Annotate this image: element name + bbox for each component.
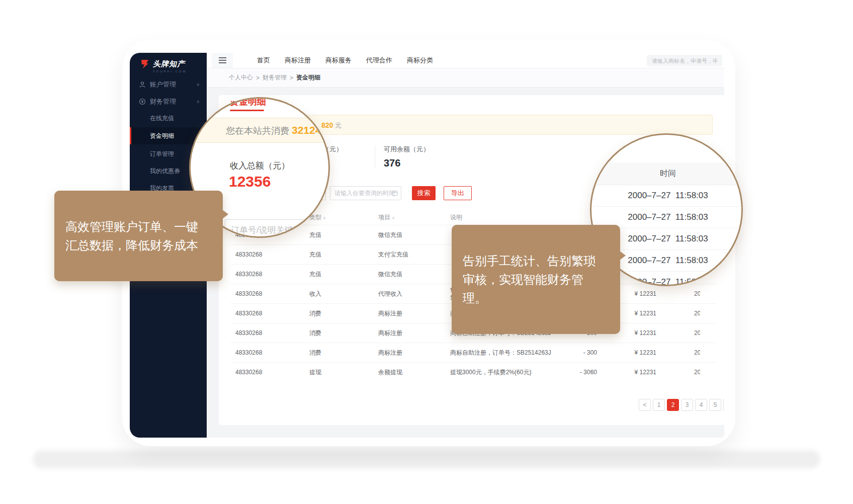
page-button-2-active[interactable]: 2	[667, 399, 679, 411]
pagination: < 1 2 3 4 5	[639, 399, 724, 411]
brand-flag-icon	[140, 59, 150, 69]
balance-label: 可用余额（元）	[384, 145, 430, 154]
callout-right: 告别手工统计、告别繁琐 审核，实现智能财务管 理。	[452, 225, 620, 334]
nav-link-trademark-register[interactable]: 商标注册	[285, 56, 311, 65]
brand-logo[interactable]: 头牌知产 TOUPAI.COM	[140, 59, 187, 73]
top-navbar: 首页 商标注册 商标服务 代理合作 商标分类	[207, 53, 724, 68]
sidebar-item-label: 账户管理	[150, 80, 176, 89]
page-button-3[interactable]: 3	[681, 399, 693, 411]
page-button-4[interactable]: 4	[695, 399, 707, 411]
sort-caret-icon[interactable]: ∨	[392, 216, 395, 220]
page-button-clipped[interactable]	[723, 399, 724, 411]
page-button-5[interactable]: 5	[709, 399, 721, 411]
time-filter-input[interactable]	[330, 186, 401, 200]
page-button-1[interactable]: 1	[653, 399, 665, 411]
nav-link-home[interactable]: 首页	[257, 56, 270, 65]
stats-divider	[375, 145, 375, 169]
sidebar-item-label: 财务管理	[150, 97, 176, 106]
nav-links: 首页 商标注册 商标服务 代理合作 商标分类	[207, 56, 433, 65]
breadcrumb-current: 资金明细	[296, 73, 320, 82]
callout-arrow-icon	[222, 210, 228, 219]
header-desc: 说明	[444, 213, 571, 222]
notice-tail: 820 元	[321, 121, 342, 130]
calendar-icon	[392, 190, 398, 196]
breadcrumb: 个人中心 > 财务管理 > 资金明细	[207, 68, 724, 88]
export-button[interactable]: 导出	[444, 186, 472, 200]
nav-link-trademark-category[interactable]: 商标分类	[407, 56, 433, 65]
sidebar-item-finance[interactable]: 财务管理 ∧	[130, 94, 207, 110]
brand-name: 头牌知产	[153, 59, 187, 69]
callout-left: 高效管理账户订单、一键 汇总数据，降低财务成本	[54, 191, 223, 281]
nav-link-trademark-service[interactable]: 商标服务	[325, 56, 352, 65]
magnified-tab-underline	[230, 110, 264, 111]
header-type[interactable]: 类型∨	[303, 213, 372, 222]
breadcrumb-finance[interactable]: 财务管理	[263, 73, 287, 82]
trademark-search-input[interactable]	[647, 55, 722, 66]
magnified-notice: 您在本站共消费 32124 元	[191, 118, 330, 143]
magnified-income-value: 12356	[229, 173, 271, 190]
chevron-up-icon: ∧	[196, 99, 200, 104]
breadcrumb-personal-center[interactable]: 个人中心	[229, 73, 253, 82]
search-button[interactable]: 搜索	[412, 186, 436, 200]
hamburger-icon	[219, 57, 226, 63]
nav-link-agent-coop[interactable]: 代理合作	[366, 56, 392, 65]
balance-value: 376	[384, 157, 400, 169]
chevron-down-icon: ∨	[196, 82, 200, 87]
hamburger-menu-button[interactable]	[212, 53, 233, 68]
magnified-time-row: 2000–7–27 11:58:03	[591, 185, 743, 207]
finance-icon	[139, 98, 146, 105]
callout-arrow-icon	[620, 251, 626, 260]
magnified-income-label: 收入总额（元）	[230, 160, 290, 172]
table-row: 48330268提现余额提现提现3000元，手续费2%(60元)- 3060¥ …	[230, 362, 717, 382]
laptop-base-shadow	[33, 450, 820, 468]
notice-tail-amount: 820	[321, 121, 333, 129]
sort-caret-icon[interactable]: ∨	[323, 216, 326, 220]
page: 头牌知产 TOUPAI.COM 账户管理 ∨ 财务管理 ∧ 在线充值	[0, 0, 853, 504]
breadcrumb-separator: >	[290, 74, 293, 81]
brand-domain: TOUPAI.COM	[153, 70, 187, 73]
table-row: 48330268消费商标注册商标自助注册，订单号：SB2514263J- 300…	[230, 343, 717, 362]
magnified-time-header: 时间	[591, 162, 743, 185]
sidebar-item-account[interactable]: 账户管理 ∨	[130, 76, 207, 93]
user-icon	[139, 81, 146, 88]
sidebar-item-recharge[interactable]: 在线充值	[130, 110, 207, 126]
breadcrumb-separator: >	[256, 74, 260, 81]
prev-page-button[interactable]: <	[639, 399, 651, 411]
header-project[interactable]: 项目∨	[372, 213, 444, 222]
